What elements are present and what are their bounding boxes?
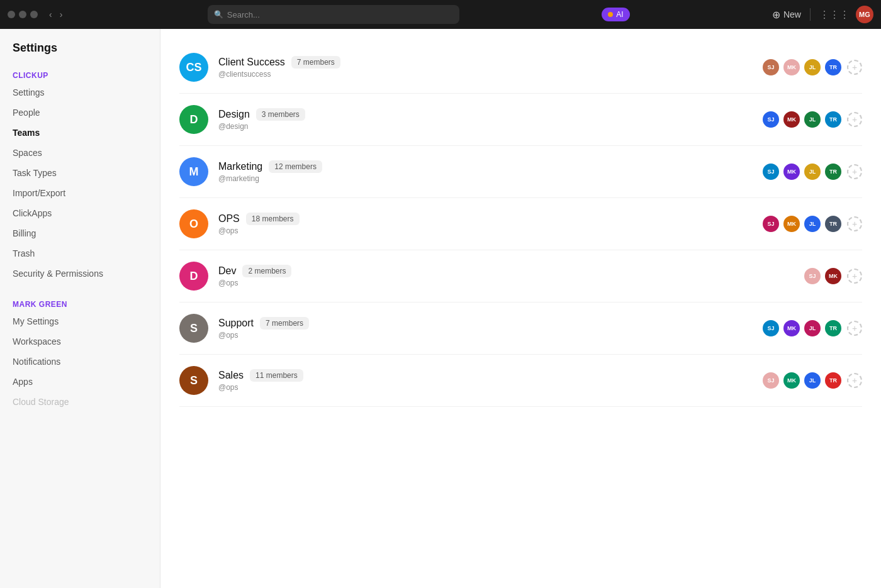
team-name-ops: OPS [218,213,240,225]
team-info-client-success: Client Success7 members@clientsuccess [218,56,761,79]
main-content: CSClient Success7 members@clientsuccessS… [160,29,881,588]
member-avatar: JL [803,110,822,129]
ai-button[interactable]: AI [602,8,629,21]
plus-icon: ⊕ [772,9,780,21]
team-row-sales[interactable]: SSales11 members@opsSJMKJLTR+ [179,355,862,407]
team-info-design: Design3 members@design [218,108,761,131]
add-member-button-dev[interactable]: + [847,269,862,284]
topbar-right: ⊕ New ⋮⋮⋮ MG [772,6,873,23]
user-avatar[interactable]: MG [856,6,873,23]
team-name-support: Support [218,318,254,329]
ai-label: AI [616,10,623,19]
sidebar-item-my-settings[interactable]: My Settings [0,311,160,331]
member-avatar: MK [782,110,801,129]
member-avatar: MK [782,371,801,390]
add-member-button-client-success[interactable]: + [847,60,862,75]
new-button[interactable]: ⊕ New [772,9,801,21]
window-controls [8,11,38,18]
member-avatar: TR [824,214,843,233]
mark-green-section-label: MARK GREEN [0,294,160,311]
sidebar-item-task-types[interactable]: Task Types [0,163,160,183]
member-avatars-marketing: SJMKJLTR+ [761,162,862,181]
sidebar-item-workspaces[interactable]: Workspaces [0,331,160,352]
sidebar-item-apps[interactable]: Apps [0,372,160,392]
team-handle-ops: @ops [218,226,761,235]
team-avatar-client-success: CS [179,53,208,82]
search-bar[interactable]: 🔍 Search... [208,5,459,24]
nav-arrows: ‹ › [47,8,65,21]
sidebar-item-trash[interactable]: Trash [0,243,160,263]
search-placeholder: Search... [227,10,260,19]
member-avatar: JL [803,58,822,77]
nav-back[interactable]: ‹ [47,8,55,21]
member-avatar: MK [782,319,801,338]
team-info-marketing: Marketing12 members@marketing [218,160,761,183]
team-badge-marketing: 12 members [269,160,322,173]
team-info-dev: Dev2 members@ops [218,265,803,287]
new-label: New [783,9,801,19]
member-avatar: SJ [761,371,780,390]
sidebar-item-spaces[interactable]: Spaces [0,143,160,163]
sidebar-item-settings[interactable]: Settings [0,82,160,103]
add-member-button-ops[interactable]: + [847,216,862,231]
add-member-button-marketing[interactable]: + [847,164,862,179]
team-info-ops: OPS18 members@ops [218,213,761,235]
nav-forward[interactable]: › [57,8,65,21]
member-avatar: SJ [803,267,822,286]
sidebar-item-notifications[interactable]: Notifications [0,352,160,372]
member-avatar: SJ [761,319,780,338]
team-badge-client-success: 7 members [291,56,340,69]
team-handle-marketing: @marketing [218,174,761,183]
team-row-support[interactable]: SSupport7 members@opsSJMKJLTR+ [179,302,862,355]
add-member-button-design[interactable]: + [847,112,862,127]
team-row-marketing[interactable]: MMarketing12 members@marketingSJMKJLTR+ [179,146,862,198]
dot-min [19,11,26,18]
sidebar-item-cloud-storage: Cloud Storage [0,392,160,412]
member-avatar: TR [824,110,843,129]
team-handle-client-success: @clientsuccess [218,70,761,79]
sidebar-item-teams[interactable]: Teams [0,123,160,143]
team-badge-sales: 11 members [250,369,303,382]
team-info-sales: Sales11 members@ops [218,369,761,392]
member-avatar: JL [803,319,822,338]
team-badge-design: 3 members [256,108,305,121]
team-row-dev[interactable]: DDev2 members@opsSJMK+ [179,250,862,302]
member-avatar: JL [803,214,822,233]
sidebar-item-people[interactable]: People [0,103,160,123]
team-row-client-success[interactable]: CSClient Success7 members@clientsuccessS… [179,42,862,94]
sidebar-item-clickapps[interactable]: ClickApps [0,203,160,223]
add-member-button-support[interactable]: + [847,321,862,336]
team-handle-dev: @ops [218,279,803,287]
member-avatar: TR [824,371,843,390]
layout: Settings CLICKUP Settings People Teams S… [0,29,881,588]
team-name-design: Design [218,109,250,120]
team-row-design[interactable]: DDesign3 members@designSJMKJLTR+ [179,94,862,146]
team-handle-design: @design [218,122,761,131]
member-avatar: MK [782,58,801,77]
sidebar-item-import-export[interactable]: Import/Export [0,183,160,203]
team-badge-ops: 18 members [246,213,300,225]
sidebar: Settings CLICKUP Settings People Teams S… [0,29,160,588]
team-handle-support: @ops [218,331,761,340]
team-badge-support: 7 members [260,317,309,330]
sidebar-title: Settings [0,42,160,65]
team-name-client-success: Client Success [218,57,285,68]
member-avatars-sales: SJMKJLTR+ [761,371,862,390]
member-avatar: SJ [761,58,780,77]
ai-icon [608,12,613,17]
team-avatar-design: D [179,105,208,134]
team-avatar-support: S [179,314,208,343]
team-handle-sales: @ops [218,383,761,392]
member-avatar: TR [824,58,843,77]
sidebar-item-billing[interactable]: Billing [0,223,160,243]
add-member-button-sales[interactable]: + [847,373,862,388]
sidebar-item-security[interactable]: Security & Permissions [0,263,160,284]
member-avatar: TR [824,162,843,181]
member-avatars-client-success: SJMKJLTR+ [761,58,862,77]
grid-icon[interactable]: ⋮⋮⋮ [819,9,850,21]
member-avatars-dev: SJMK+ [803,267,862,286]
team-name-dev: Dev [218,265,236,277]
member-avatar: JL [803,371,822,390]
team-row-ops[interactable]: OOPS18 members@opsSJMKJLTR+ [179,198,862,250]
dot-close [8,11,15,18]
